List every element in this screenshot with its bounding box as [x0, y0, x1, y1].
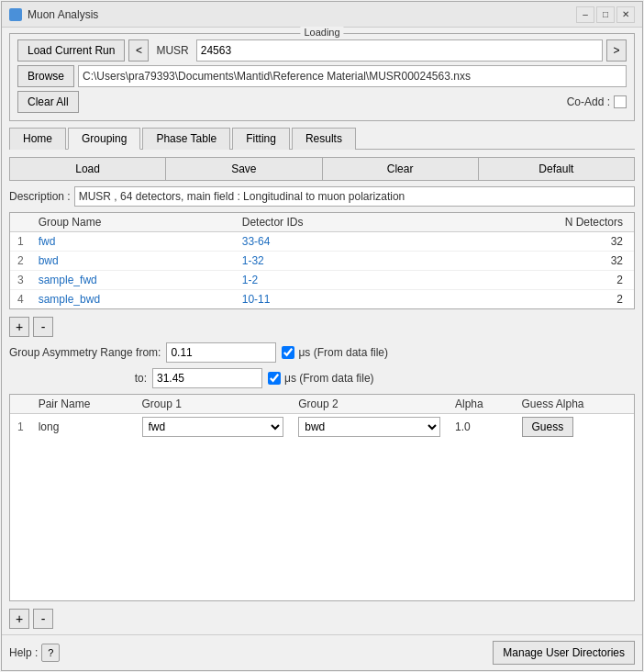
coadd-row: Co-Add :: [567, 95, 627, 108]
minimize-button[interactable]: –: [576, 6, 594, 23]
group-col-ndet: N Detectors: [433, 213, 634, 232]
range-from-checkbox-label: μs (From data file): [282, 346, 388, 359]
group-row-name[interactable]: sample_bwd: [31, 290, 235, 309]
pair-group2-select[interactable]: fwdbwdsample_fwdsample_bwd: [298, 417, 440, 437]
run-row: Load Current Run < MUSR >: [17, 39, 627, 62]
range-from-label: Group Asymmetry Range from:: [9, 346, 161, 359]
load-current-run-button[interactable]: Load Current Run: [17, 39, 125, 62]
tab-home[interactable]: Home: [9, 128, 66, 150]
group-table-container: Group Name Detector IDs N Detectors 1 fw…: [9, 212, 635, 309]
group-table-row: 1 fwd 33-64 32: [10, 232, 634, 252]
footer: Help : ? Manage User Directories: [2, 634, 642, 670]
pair-table-container: Pair Name Group 1 Group 2 Alpha Guess Al…: [9, 394, 635, 601]
group-table-row: 3 sample_fwd 1-2 2: [10, 271, 634, 290]
window-title: Muon Analysis: [28, 8, 98, 21]
range-from-checkbox[interactable]: [282, 346, 294, 359]
pair-group1-select[interactable]: fwdbwdsample_fwdsample_bwd: [142, 417, 284, 437]
pair-col-name: Pair Name: [31, 395, 135, 414]
range-to-row: to: μs (From data file): [9, 368, 635, 388]
coadd-label: Co-Add :: [567, 95, 610, 108]
description-row: Description :: [9, 186, 635, 207]
group-col-num: [10, 213, 31, 232]
group-add-remove: + -: [9, 317, 635, 337]
range-from-us-label: μs (From data file): [298, 346, 388, 359]
range-to-label: to:: [9, 372, 147, 385]
app-icon: [9, 8, 22, 21]
tab-fitting[interactable]: Fitting: [232, 128, 290, 150]
group-row-num: 3: [10, 271, 31, 290]
group-table: Group Name Detector IDs N Detectors 1 fw…: [10, 213, 634, 308]
save-button[interactable]: Save: [165, 157, 322, 181]
group-row-num: 2: [10, 252, 31, 271]
coadd-checkbox[interactable]: [614, 95, 627, 108]
range-to-checkbox[interactable]: [268, 372, 281, 385]
run-number-input[interactable]: [196, 39, 603, 62]
pair-remove-button[interactable]: -: [33, 609, 53, 629]
pair-row-num: 1: [10, 414, 31, 441]
help-button[interactable]: ?: [41, 644, 60, 662]
group-row-num: 4: [10, 290, 31, 309]
tab-results[interactable]: Results: [292, 128, 356, 150]
pair-add-button[interactable]: +: [9, 609, 29, 629]
close-button[interactable]: ✕: [616, 6, 635, 23]
pair-table-row: 1 long fwdbwdsample_fwdsample_bwd fwdbwd…: [10, 414, 634, 441]
help-row: Help : ?: [9, 644, 60, 662]
group-col-detectors: Detector IDs: [235, 213, 434, 232]
description-label: Description :: [9, 190, 71, 203]
group-row-name[interactable]: fwd: [31, 232, 235, 252]
default-button[interactable]: Default: [478, 157, 635, 181]
tab-grouping[interactable]: Grouping: [68, 128, 140, 150]
group-remove-button[interactable]: -: [33, 317, 53, 337]
title-controls: – □ ✕: [576, 6, 635, 23]
group-table-row: 4 sample_bwd 10-11 2: [10, 290, 634, 309]
group-row-detector-ids[interactable]: 1-32: [235, 252, 434, 271]
range-to-input[interactable]: [152, 368, 262, 388]
range-to-us-label: μs (From data file): [284, 372, 374, 385]
pair-table: Pair Name Group 1 Group 2 Alpha Guess Al…: [10, 395, 634, 440]
clear-button[interactable]: Clear: [322, 157, 479, 181]
content-area: Loading Load Current Run < MUSR > Browse…: [2, 28, 642, 634]
clear-all-button[interactable]: Clear All: [17, 91, 79, 113]
help-label: Help :: [9, 646, 38, 659]
file-path-input[interactable]: [78, 65, 627, 87]
group-row-detector-ids[interactable]: 33-64: [235, 232, 434, 252]
load-button[interactable]: Load: [9, 157, 166, 181]
group-add-button[interactable]: +: [9, 317, 29, 337]
manage-user-directories-button[interactable]: Manage User Directories: [493, 641, 635, 665]
tab-phase-table[interactable]: Phase Table: [142, 128, 230, 150]
range-to-checkbox-label: μs (From data file): [268, 372, 374, 385]
prev-run-button[interactable]: <: [128, 39, 149, 62]
loading-section: Loading Load Current Run < MUSR > Browse…: [9, 33, 635, 121]
pair-row-alpha: 1.0: [448, 414, 514, 441]
pair-add-remove: + -: [9, 609, 635, 629]
group-row-num: 1: [10, 232, 31, 252]
range-from-input[interactable]: [166, 342, 276, 363]
group-row-name[interactable]: bwd: [31, 252, 235, 271]
group-row-detector-ids[interactable]: 1-2: [235, 271, 434, 290]
group-row-n-detectors: 2: [433, 271, 634, 290]
next-run-button[interactable]: >: [606, 39, 627, 62]
grouping-tab-content: Load Save Clear Default Description : Gr…: [9, 153, 635, 629]
pair-col-num: [10, 395, 31, 414]
loading-label: Loading: [300, 27, 343, 38]
musr-label: MUSR: [152, 44, 192, 57]
group-row-name[interactable]: sample_fwd: [31, 271, 235, 290]
group-row-n-detectors: 2: [433, 290, 634, 309]
title-bar-left: Muon Analysis: [9, 8, 98, 21]
pair-col-group2: Group 2: [291, 395, 448, 414]
browse-button[interactable]: Browse: [17, 65, 74, 87]
group-row-detector-ids[interactable]: 10-11: [235, 290, 434, 309]
pair-row-group1: fwdbwdsample_fwdsample_bwd: [135, 414, 292, 441]
maximize-button[interactable]: □: [596, 6, 615, 23]
pair-row-name: long: [31, 414, 135, 441]
pair-row-guess: Guess: [515, 414, 635, 441]
group-row-n-detectors: 32: [433, 232, 634, 252]
pair-col-alpha: Alpha: [448, 395, 514, 414]
description-input[interactable]: [74, 186, 635, 207]
guess-alpha-button[interactable]: Guess: [522, 417, 574, 437]
group-row-n-detectors: 32: [433, 252, 634, 271]
range-from-row: Group Asymmetry Range from: μs (From dat…: [9, 342, 635, 363]
main-window: Muon Analysis – □ ✕ Loading Load Current…: [1, 1, 643, 671]
pair-row-group2: fwdbwdsample_fwdsample_bwd: [291, 414, 448, 441]
browse-row: Browse: [17, 65, 627, 87]
